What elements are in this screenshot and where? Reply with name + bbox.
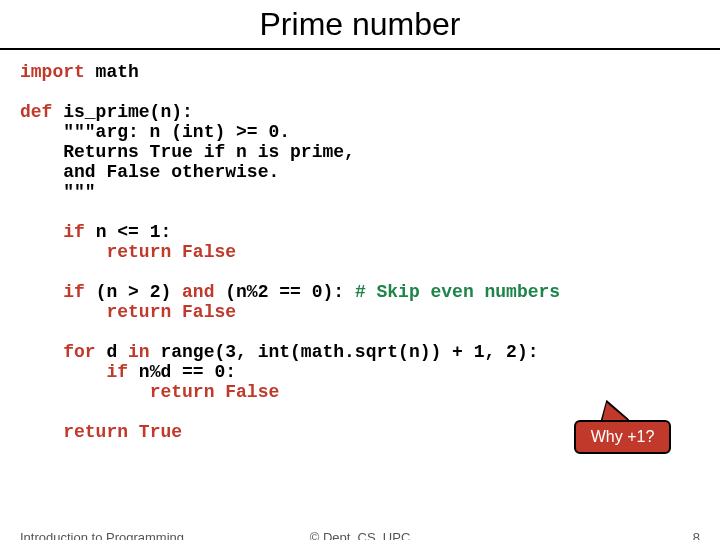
code-text: is_prime(n): bbox=[52, 102, 192, 122]
docstring-line: """arg: n (int) >= 0. bbox=[20, 122, 290, 142]
indent bbox=[20, 362, 106, 382]
kw-if: if bbox=[106, 362, 128, 382]
kw-if: if bbox=[63, 282, 85, 302]
indent bbox=[20, 242, 106, 262]
footer-center: © Dept. CS, UPC bbox=[0, 530, 720, 540]
indent bbox=[20, 282, 63, 302]
kw-import: import bbox=[20, 62, 85, 82]
slide-title: Prime number bbox=[0, 6, 720, 43]
code-text: n <= 1: bbox=[85, 222, 171, 242]
indent bbox=[20, 382, 150, 402]
kw-return: return False bbox=[106, 242, 236, 262]
code-text: math bbox=[85, 62, 139, 82]
kw-for: for bbox=[63, 342, 95, 362]
code-text: (n%2 == 0): bbox=[214, 282, 354, 302]
kw-and: and bbox=[182, 282, 214, 302]
comment: # Skip even numbers bbox=[355, 282, 560, 302]
kw-return: return False bbox=[150, 382, 280, 402]
code-block: import math def is_prime(n): """arg: n (… bbox=[20, 62, 700, 442]
footer-page-number: 8 bbox=[693, 530, 700, 540]
code-text: (n > 2) bbox=[85, 282, 182, 302]
indent bbox=[20, 222, 63, 242]
kw-return: return False bbox=[106, 302, 236, 322]
kw-return: return True bbox=[63, 422, 182, 442]
docstring-line: """ bbox=[20, 182, 96, 202]
callout-box: Why +1? bbox=[574, 420, 671, 454]
docstring-line: and False otherwise. bbox=[20, 162, 279, 182]
kw-if: if bbox=[63, 222, 85, 242]
docstring-line: Returns True if n is prime, bbox=[20, 142, 355, 162]
title-underline bbox=[0, 48, 720, 50]
code-text: range(3, int(math.sqrt(n)) + 1, 2): bbox=[150, 342, 539, 362]
code-text: n%d == 0: bbox=[128, 362, 236, 382]
kw-def: def bbox=[20, 102, 52, 122]
code-text: d bbox=[96, 342, 128, 362]
indent bbox=[20, 302, 106, 322]
indent bbox=[20, 342, 63, 362]
kw-in: in bbox=[128, 342, 150, 362]
indent bbox=[20, 422, 63, 442]
